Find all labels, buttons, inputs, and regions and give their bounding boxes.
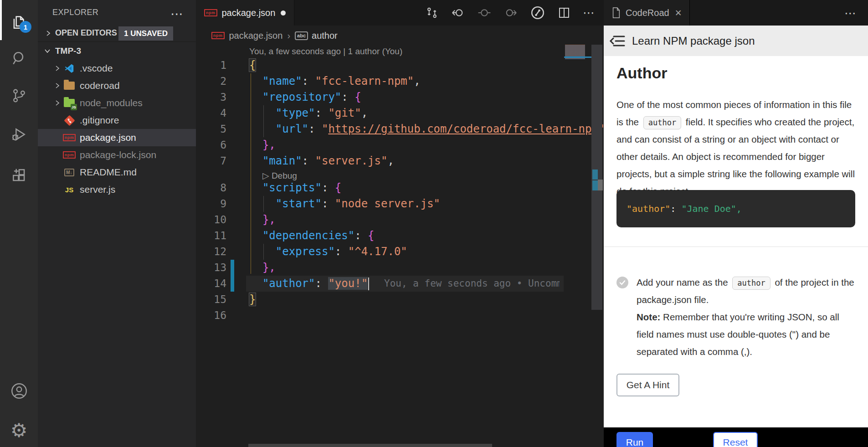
tutorial-title: Learn NPM package json: [632, 35, 755, 47]
run-tutorial-icon[interactable]: [530, 5, 545, 21]
explorer-badge: 1: [20, 21, 31, 33]
tab-package-json[interactable]: npm package.json: [196, 0, 294, 26]
tab-coderoad[interactable]: CodeRoad ✕: [604, 0, 690, 26]
markdown-icon: M↓: [63, 166, 75, 178]
npm-icon: npm: [204, 9, 217, 16]
tree-item-label: .gitignore: [80, 115, 119, 126]
string-symbol-icon: abc: [295, 31, 308, 40]
tree-item-vscode[interactable]: .vscode: [38, 60, 196, 77]
more-actions-icon[interactable]: ⋯: [583, 6, 596, 20]
npm-icon: npm: [63, 149, 75, 161]
explorer-sidebar: EXPLORER ⋯ OPEN EDITORS 1 UNSAVED TMP-3: [38, 0, 196, 447]
record-toggle-icon[interactable]: [477, 5, 492, 20]
note-label: Note:: [637, 312, 660, 322]
node-modules-folder-icon: JS: [63, 97, 75, 109]
tree-item-server-js[interactable]: JS server.js: [38, 181, 196, 198]
run-debug-icon[interactable]: [0, 116, 38, 153]
overview-ruler-modified-mark: [592, 180, 598, 190]
tree-item-label: server.js: [80, 184, 115, 195]
more-actions-icon[interactable]: ⋯: [844, 6, 857, 21]
url-link[interactable]: https://github.com/coderoad/fcc-learn-np…: [328, 123, 598, 135]
unsaved-count-badge: 1 UNSAVED: [118, 26, 173, 41]
compare-changes-icon[interactable]: [425, 6, 439, 20]
reset-button[interactable]: Reset: [713, 432, 758, 447]
get-a-hint-button[interactable]: Get A Hint: [616, 374, 679, 396]
step-back-icon[interactable]: [451, 5, 465, 20]
tree-item-node-modules[interactable]: JS node_modules: [38, 94, 196, 112]
file-icon: [611, 7, 621, 19]
tree-item-label: .vscode: [80, 63, 113, 74]
task-check-icon: [616, 277, 628, 288]
tab-label: CodeRoad: [626, 8, 669, 18]
explorer-more-actions-icon[interactable]: ⋯: [170, 6, 183, 21]
tree-item-label: node_modules: [80, 98, 143, 108]
lesson-heading: Author: [616, 64, 667, 82]
settings-gear-icon[interactable]: ⚙: [0, 412, 38, 447]
tab-label: package.json: [222, 8, 276, 18]
activity-bar: 1 ⚙: [0, 0, 38, 447]
split-editor-icon[interactable]: [557, 6, 571, 20]
sidebar-title: EXPLORER: [52, 8, 98, 17]
back-menu-icon[interactable]: [609, 34, 626, 48]
panel-tab-bar: CodeRoad ✕ ⋯: [604, 0, 868, 26]
example-code-block: "author": "Jane Doe",: [616, 190, 855, 227]
overview-ruler-modified-mark: [592, 170, 598, 180]
source-control-icon[interactable]: [0, 77, 38, 114]
tree-item-gitignore[interactable]: .gitignore: [38, 112, 196, 129]
vscode-window: 1 ⚙ EXPLORER ⋯ OPEN EDITORS: [0, 0, 868, 447]
sidebar-header: EXPLORER ⋯: [38, 0, 196, 25]
tree-item-package-lock-json[interactable]: npm package-lock.json: [38, 146, 196, 164]
play-outline-icon: ▷: [262, 171, 272, 180]
close-icon[interactable]: ✕: [675, 8, 682, 18]
divider: [604, 247, 868, 247]
account-icon[interactable]: [0, 373, 38, 409]
npm-icon: npm: [211, 32, 225, 39]
code-area[interactable]: You, a few seconds ago | 1 author (You) …: [196, 46, 604, 447]
coderoad-panel: CodeRoad ✕ ⋯ Learn NPM package json Auth…: [604, 0, 868, 447]
editor-group: npm package.json: [196, 0, 604, 447]
inline-blame-annotation: You, a few seconds ago • Uncomm: [384, 276, 560, 292]
breadcrumb-file[interactable]: package.json: [229, 31, 283, 41]
task-item: Add your name as the author of the proje…: [616, 274, 858, 360]
tree-root-folder[interactable]: TMP-3: [38, 42, 196, 60]
root-folder-label: TMP-3: [55, 46, 81, 56]
tree-item-label: coderoad: [80, 80, 120, 91]
chevron-right-icon: [44, 29, 52, 37]
overview-ruler-cursor-mark: [598, 180, 603, 190]
horizontal-scrollbar[interactable]: [248, 444, 492, 447]
editor-tab-bar: npm package.json: [196, 0, 604, 26]
text-cursor: [368, 277, 369, 290]
lesson-paragraph: One of the most common pieces of informa…: [616, 96, 858, 200]
panel-footer: Run Reset: [604, 427, 868, 447]
npm-icon: npm: [63, 132, 75, 144]
step-forward-icon[interactable]: [503, 5, 518, 20]
chevron-right-icon: [53, 82, 63, 90]
breadcrumb-symbol[interactable]: author: [312, 31, 338, 41]
folder-icon: [63, 80, 75, 92]
highlighted-word: "you!": [328, 277, 368, 290]
tutorial-content: Author One of the most common pieces of …: [604, 56, 868, 427]
task-text: Add your name as the author of the proje…: [637, 274, 855, 360]
chevron-down-icon: [43, 47, 51, 55]
minimap-current-line: [564, 57, 591, 58]
tree-item-readme[interactable]: M↓ README.md: [38, 164, 196, 181]
open-editors-label: OPEN EDITORS: [55, 28, 117, 38]
tree-item-package-json[interactable]: npm package.json: [38, 129, 196, 146]
file-tree: TMP-3 .vscode coderoad JS node_modules: [38, 42, 196, 198]
blame-codelens[interactable]: You, a few seconds ago | 1 author (You): [249, 46, 402, 57]
tree-item-coderoad[interactable]: coderoad: [38, 77, 196, 94]
chevron-right-icon: ›: [287, 31, 290, 41]
run-button[interactable]: Run: [616, 432, 653, 447]
tree-item-label: package-lock.json: [80, 149, 156, 160]
vscode-folder-icon: [63, 62, 75, 74]
tree-item-label: package.json: [80, 132, 136, 143]
search-icon[interactable]: [0, 40, 38, 77]
tree-item-label: README.md: [80, 167, 137, 178]
git-icon: [63, 114, 75, 126]
extensions-icon[interactable]: [0, 157, 38, 194]
explorer-icon[interactable]: 1: [0, 3, 38, 39]
unsaved-dot-icon[interactable]: [281, 10, 286, 15]
breadcrumb: npm package.json › abc author: [196, 26, 604, 46]
minimap[interactable]: [564, 45, 591, 63]
open-editors-section[interactable]: OPEN EDITORS 1 UNSAVED: [38, 25, 196, 42]
